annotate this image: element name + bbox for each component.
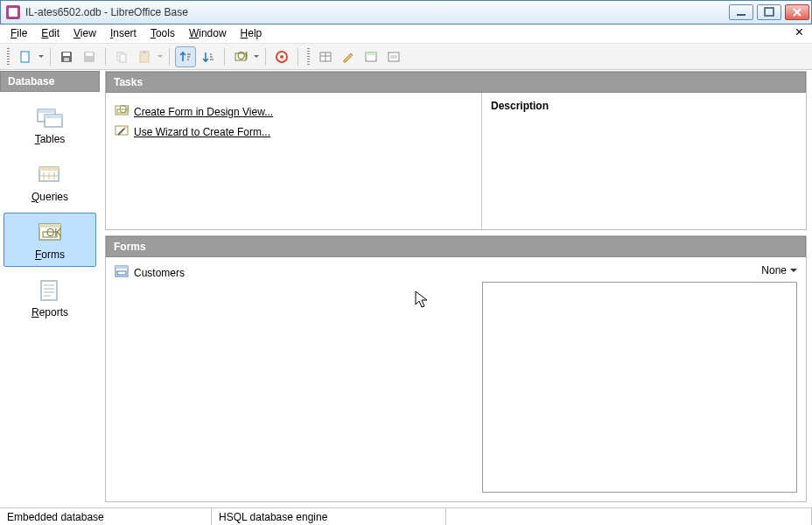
svg-rect-11 [143, 51, 146, 53]
menu-tools[interactable]: Tools [144, 24, 182, 43]
status-empty [446, 508, 812, 525]
description-column: Description [482, 93, 806, 229]
task-label: Create Form in Design View... [134, 106, 273, 118]
close-button[interactable] [785, 4, 809, 20]
paste-button[interactable] [134, 46, 155, 67]
wizard-icon [115, 123, 129, 140]
status-embedded: Embedded database [0, 508, 212, 525]
svg-rect-1 [765, 8, 774, 16]
new-button[interactable] [15, 46, 36, 67]
forms-list: Customers [106, 257, 473, 501]
svg-text:OK: OK [46, 227, 61, 239]
tasks-pane: Tasks OK Create Form in Design View... U… [105, 71, 807, 230]
svg-rect-26 [39, 167, 59, 171]
sort-asc-button[interactable] [175, 46, 196, 67]
minimize-button[interactable] [729, 4, 753, 20]
tables-icon [34, 105, 66, 130]
preview-box [482, 282, 797, 493]
form-design-icon: OK [115, 103, 129, 120]
svg-rect-9 [120, 54, 126, 62]
sidebar-item-forms[interactable]: OK Forms [4, 213, 96, 267]
forms-preview-column: None [473, 257, 806, 501]
svg-rect-4 [63, 52, 70, 56]
form-item-customers[interactable]: Customers [115, 264, 465, 281]
toolbar: OK [0, 44, 812, 70]
menu-file[interactable]: File [4, 24, 34, 43]
svg-rect-39 [117, 271, 126, 275]
form-button[interactable]: OK [230, 46, 251, 67]
forms-pane: Forms Customers None [105, 235, 807, 502]
menu-window[interactable]: Window [182, 24, 234, 43]
queries-icon [34, 163, 66, 187]
save-button[interactable] [56, 46, 77, 67]
svg-rect-7 [86, 52, 93, 56]
database-sidebar: Database Tables Queries OK Forms [0, 71, 100, 508]
sidebar-item-tables[interactable]: Tables [4, 97, 96, 151]
paste-dropdown[interactable] [157, 52, 164, 60]
sort-desc-button[interactable] [198, 46, 219, 67]
maximize-button[interactable] [757, 4, 781, 20]
main-area: Database Tables Queries OK Forms [0, 70, 812, 508]
document-close-button[interactable]: × [790, 24, 808, 43]
new-dropdown[interactable] [38, 52, 45, 60]
status-engine: HSQL database engine [212, 508, 446, 525]
forms-header: Forms [106, 236, 806, 257]
tasks-header: Tasks [106, 72, 806, 93]
menubar: File Edit View Insert Tools Window Help … [0, 24, 812, 44]
form-dropdown[interactable] [253, 52, 260, 60]
save-as-button[interactable] [79, 46, 100, 67]
svg-rect-18 [366, 52, 376, 55]
svg-rect-22 [38, 109, 55, 113]
right-column: Tasks OK Create Form in Design View... U… [100, 71, 812, 508]
toolbar-grip-2 [307, 48, 310, 66]
form-item-label: Customers [134, 267, 185, 279]
menu-help[interactable]: Help [234, 24, 270, 43]
svg-rect-5 [64, 58, 69, 61]
help-button[interactable] [271, 46, 292, 67]
sidebar-header: Database [0, 71, 100, 92]
sidebar-item-label: Reports [32, 306, 68, 318]
svg-rect-0 [737, 14, 746, 16]
sidebar-item-label: Forms [35, 248, 65, 261]
rename-tool-button[interactable] [383, 46, 404, 67]
table-tool-button[interactable] [315, 46, 336, 67]
toolbar-grip [7, 48, 10, 66]
preview-mode-label: None [761, 264, 787, 276]
task-use-wizard[interactable]: Use Wizard to Create Form... [115, 122, 472, 142]
svg-rect-31 [41, 281, 57, 300]
menu-view[interactable]: View [66, 24, 103, 43]
task-label: Use Wizard to Create Form... [134, 126, 270, 138]
statusbar: Embedded database HSQL database engine [0, 508, 812, 525]
preview-mode-dropdown[interactable]: None [761, 262, 797, 282]
svg-point-36 [124, 127, 127, 130]
edit-tool-button[interactable] [338, 46, 359, 67]
sidebar-item-label: Queries [32, 191, 68, 203]
svg-point-15 [280, 55, 284, 59]
app-icon [6, 5, 20, 19]
description-label: Description [491, 100, 797, 112]
reports-icon [34, 278, 66, 303]
form-item-icon [115, 264, 129, 281]
svg-text:OK: OK [237, 50, 248, 62]
menu-edit[interactable]: Edit [34, 24, 66, 43]
task-create-form-design[interactable]: OK Create Form in Design View... [115, 102, 472, 122]
svg-rect-24 [45, 115, 62, 118]
task-list: OK Create Form in Design View... Use Wiz… [106, 93, 482, 229]
svg-rect-38 [116, 266, 128, 269]
open-tool-button[interactable] [360, 46, 382, 67]
sidebar-item-queries[interactable]: Queries [4, 155, 96, 209]
svg-text:OK: OK [119, 103, 129, 116]
copy-button[interactable] [111, 46, 132, 67]
window-title: IL-ates6502.odb - LibreOffice Base [25, 6, 729, 18]
forms-icon: OK [34, 220, 66, 245]
sidebar-item-label: Tables [35, 133, 66, 145]
menu-insert[interactable]: Insert [103, 24, 144, 43]
titlebar: IL-ates6502.odb - LibreOffice Base [0, 0, 812, 24]
svg-rect-20 [390, 55, 397, 59]
sidebar-item-reports[interactable]: Reports [4, 270, 96, 325]
